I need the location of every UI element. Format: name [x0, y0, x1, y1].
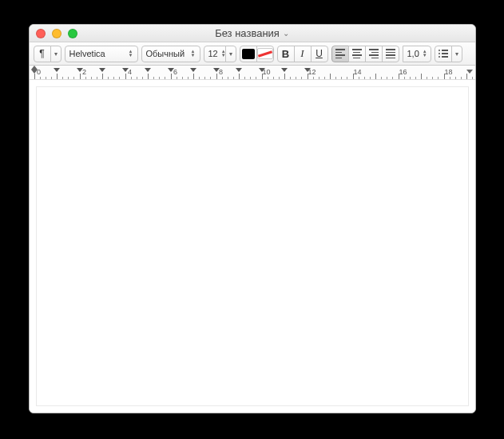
align-center-button[interactable] [348, 46, 366, 62]
paragraph-styles-button[interactable]: ¶ [34, 46, 51, 62]
ruler-tick-minor [250, 77, 251, 79]
tab-stop-marker[interactable] [122, 68, 129, 72]
ruler-tick [57, 74, 58, 79]
ruler-tick [148, 74, 149, 79]
ruler-tick-minor [119, 77, 120, 79]
list-dropdown[interactable]: ▾ [451, 46, 462, 62]
ruler-tick-minor [450, 77, 450, 79]
ruler-tick-minor [46, 77, 46, 79]
bold-button[interactable]: B [277, 46, 295, 62]
font-family-select[interactable]: Helvetica ▲▼ [65, 46, 138, 62]
tab-stop-marker[interactable] [168, 68, 174, 72]
ruler-tick-minor [404, 77, 405, 79]
ruler-tick-minor [455, 77, 456, 79]
ruler-tick-minor [347, 77, 347, 79]
italic-button[interactable]: I [294, 46, 312, 62]
tab-stop-marker[interactable] [304, 68, 311, 72]
ruler[interactable]: 024681012141618 [30, 66, 475, 80]
ruler-tick-minor [461, 77, 462, 79]
text-color-button[interactable] [240, 46, 257, 62]
window-controls [30, 29, 77, 38]
paragraph-styles-dropdown[interactable]: ▾ [50, 46, 62, 62]
ruler-tick-minor [319, 77, 319, 79]
ruler-tick-minor [85, 77, 86, 79]
chevron-down-icon: ▾ [54, 50, 58, 58]
tab-stop-marker[interactable] [77, 68, 83, 72]
ruler-tick-minor [113, 77, 114, 79]
ruler-tick-minor [40, 77, 41, 79]
align-justify-button[interactable] [382, 46, 399, 62]
ruler-label: 8 [219, 68, 223, 76]
tab-stop-marker[interactable] [259, 68, 265, 72]
ruler-tick-minor [91, 77, 92, 79]
ruler-tick [193, 74, 194, 79]
minimize-icon[interactable] [52, 29, 62, 38]
ruler-tick-minor [188, 77, 189, 79]
ruler-tick [466, 74, 467, 79]
ruler-tick-minor [268, 77, 268, 79]
ruler-tick-minor [68, 77, 69, 79]
tab-stop-marker[interactable] [145, 68, 151, 72]
document-area [30, 80, 475, 413]
stepper-arrows-icon: ▲▼ [191, 50, 196, 58]
ruler-label: 14 [353, 68, 361, 76]
ruler-tick [125, 74, 126, 79]
chevron-down-icon: ▾ [229, 50, 232, 58]
text-format-group: B I U [277, 46, 328, 62]
chevron-down-icon[interactable]: ⌄ [283, 29, 289, 38]
alignment-group [331, 46, 399, 62]
list-button[interactable] [435, 46, 452, 62]
tab-stop-marker[interactable] [99, 68, 105, 72]
font-size-dropdown[interactable]: ▾ [225, 46, 236, 62]
ruler-tick [216, 74, 217, 79]
ruler-tick-minor [415, 77, 416, 79]
spacing-group: 1,0 ▲▼ [403, 46, 431, 62]
ruler-tick-minor [387, 77, 387, 79]
ruler-tick-minor [177, 77, 177, 79]
line-spacing-value: 1,0 [407, 49, 419, 58]
page[interactable] [36, 86, 469, 406]
ruler-tick-minor [381, 77, 382, 79]
ruler-tick [421, 74, 422, 79]
ruler-tick-minor [313, 77, 314, 79]
ruler-tick [330, 74, 331, 79]
tab-stop-marker[interactable] [213, 68, 220, 72]
font-style-select[interactable]: Обычный ▲▼ [141, 46, 200, 62]
tab-stop-marker[interactable] [281, 68, 288, 72]
align-right-icon [369, 49, 379, 58]
align-justify-icon [386, 49, 395, 58]
font-family-value: Helvetica [69, 49, 105, 58]
titlebar[interactable]: Без названия ⌄ [30, 25, 475, 42]
font-size-select[interactable]: 12 ▲▼ [204, 46, 226, 62]
underline-button[interactable]: U [311, 46, 328, 62]
close-icon[interactable] [36, 29, 46, 38]
ruler-tick [239, 74, 240, 79]
right-margin-marker[interactable] [467, 70, 473, 75]
zoom-icon[interactable] [68, 29, 77, 38]
highlight-color-button[interactable] [256, 46, 274, 62]
app-window: Без названия ⌄ ¶ ▾ Helvetica ▲▼ Обычный … [29, 24, 476, 413]
tab-stop-marker[interactable] [236, 68, 242, 72]
bold-label: B [282, 48, 289, 60]
align-right-button[interactable] [365, 46, 383, 62]
ruler-tick-minor [273, 77, 274, 79]
ruler-tick-minor [73, 77, 74, 79]
line-spacing-select[interactable]: 1,0 ▲▼ [403, 46, 431, 62]
tab-stop-marker[interactable] [190, 68, 196, 72]
ruler-label: 16 [399, 68, 407, 76]
underline-label: U [315, 48, 323, 59]
ruler-tick-minor [427, 77, 427, 79]
ruler-tick-minor [324, 77, 325, 79]
ruler-tick-minor [51, 77, 52, 79]
tab-stop-marker[interactable] [54, 68, 60, 72]
format-toolbar: ¶ ▾ Helvetica ▲▼ Обычный ▲▼ 12 ▲▼ ▾ [30, 42, 475, 66]
ruler-tick-minor [359, 77, 359, 79]
ruler-tick [80, 74, 81, 79]
ruler-tick-minor [256, 77, 256, 79]
ruler-tick-minor [472, 77, 473, 79]
ruler-tick [102, 74, 103, 79]
ruler-tick-minor [142, 77, 143, 79]
ruler-tick-minor [290, 77, 291, 79]
align-left-button[interactable] [331, 46, 349, 62]
ruler-tick-minor [131, 77, 132, 79]
